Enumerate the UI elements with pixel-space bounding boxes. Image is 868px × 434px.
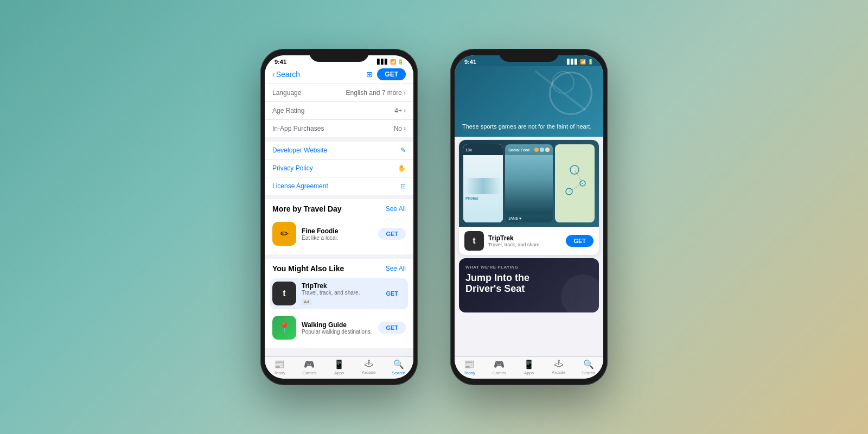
- arcade-icon-right: 🕹: [554, 359, 563, 369]
- triptrek-get-button[interactable]: GET: [378, 288, 406, 299]
- tab-games-left[interactable]: 🎮 Games: [295, 359, 324, 375]
- tab-apps-left[interactable]: 📱 Apps: [324, 359, 354, 375]
- filter-icon[interactable]: ⊞: [366, 70, 373, 79]
- status-icons-right: ▋▋▋ 📶 🔋: [567, 59, 593, 65]
- triptrek-app-icon: t: [464, 231, 484, 251]
- games-icon-right: 🎮: [494, 359, 505, 369]
- search-label: Search: [392, 371, 405, 375]
- walking-guide-desc: Popular walking destinations.: [302, 329, 373, 335]
- fine-foodie-name: Fine Foodie: [302, 227, 373, 235]
- sports-card[interactable]: These sports games are not for the faint…: [455, 66, 603, 137]
- chevron-left-icon: ‹: [272, 70, 275, 79]
- info-section: Language English and 7 more › Age Rating…: [265, 84, 413, 137]
- left-screen: 9:41 ▋▋▋ 📶 🔋 ‹ Search ⊞ GET Langua: [265, 55, 413, 379]
- developer-website-link[interactable]: Developer Website: [272, 146, 327, 154]
- svg-text:S: S: [572, 169, 575, 172]
- search-icon-right: 🔍: [583, 359, 594, 369]
- age-rating-value: 4+ ›: [394, 107, 406, 114]
- iap-label: In-App Purchases: [272, 125, 324, 132]
- walking-guide-row[interactable]: 📍 Walking Guide Popular walking destinat…: [272, 312, 406, 343]
- wifi-icon-right: 📶: [580, 59, 586, 65]
- triptrek-row-icon: t: [272, 282, 296, 305]
- triptrek-card-footer: t TripTrek Travel, track, and share. GET: [459, 227, 599, 255]
- license-agreement-link[interactable]: License Agreement: [272, 182, 328, 190]
- tab-games-right[interactable]: 🎮 Games: [484, 359, 514, 375]
- ss-label: Photos: [465, 196, 501, 200]
- screenshot-right: S: [555, 144, 595, 222]
- developer-website-row[interactable]: Developer Website ✎: [265, 142, 413, 159]
- tab-today-right[interactable]: 📰 Today: [455, 359, 484, 375]
- back-label[interactable]: Search: [276, 70, 300, 79]
- fine-foodie-row[interactable]: ✏ Fine Foodie Eat like a local. GET: [272, 219, 406, 249]
- also-like-header: You Might Also Like See All: [272, 264, 406, 273]
- notch: [309, 49, 369, 62]
- walking-guide-icon-char: 📍: [278, 322, 290, 334]
- tab-today-left[interactable]: 📰 Today: [265, 359, 295, 375]
- iap-row[interactable]: In-App Purchases No ›: [265, 120, 413, 137]
- tab-apps-right[interactable]: 📱 Apps: [514, 359, 544, 375]
- tab-search-left[interactable]: 🔍 Search: [384, 359, 413, 375]
- time-right: 9:41: [464, 59, 476, 65]
- tab-search-right[interactable]: 🔍 Search: [573, 359, 603, 375]
- nav-bar-left: ‹ Search ⊞ GET: [265, 66, 413, 84]
- arcade-icon: 🕹: [365, 359, 373, 369]
- license-agreement-row[interactable]: License Agreement ⊡: [265, 177, 413, 195]
- language-row[interactable]: Language English and 7 more ›: [265, 84, 413, 102]
- hand-icon: ✋: [398, 164, 406, 172]
- center-img: Social Feed JANE ♥: [505, 144, 553, 222]
- today-icon-right: 📰: [464, 359, 475, 369]
- more-by-header: More by Travel Day See All: [272, 205, 406, 213]
- ss-user: JANE ♥: [505, 214, 553, 222]
- more-by-section: More by Travel Day See All ✏ Fine Foodie…: [265, 199, 413, 254]
- playing-card-label: WHAT WE'RE PLAYING: [465, 265, 592, 270]
- fine-foodie-get-button[interactable]: GET: [378, 228, 406, 240]
- svg-rect-2: [558, 159, 591, 208]
- triptrek-card-get-button[interactable]: GET: [566, 235, 593, 247]
- triptrek-card-desc: Travel, track, and share.: [488, 242, 561, 247]
- games-icon: 🎮: [304, 359, 315, 369]
- language-label: Language: [272, 89, 301, 97]
- search-icon: 🔍: [393, 359, 404, 369]
- screenshot-center: Social Feed JANE ♥: [505, 144, 553, 222]
- sports-card-text: These sports games are not for the faint…: [462, 123, 591, 130]
- signal-icon-right: ▋▋▋: [567, 59, 578, 65]
- right-screen: 9:41 ▋▋▋ 📶 🔋 These sports games are not …: [455, 55, 603, 379]
- get-button-top[interactable]: GET: [377, 68, 406, 80]
- more-by-title: More by Travel Day: [272, 205, 342, 213]
- external-link-icon: ✎: [400, 146, 406, 154]
- today-icon: 📰: [274, 359, 285, 369]
- age-rating-row[interactable]: Age Rating 4+ ›: [265, 102, 413, 120]
- tab-arcade-right[interactable]: 🕹 Arcade: [544, 359, 573, 375]
- chevron-icon: ›: [404, 125, 406, 132]
- tab-arcade-left[interactable]: 🕹 Arcade: [354, 359, 384, 375]
- triptrek-row[interactable]: t TripTrek Travel, track, and share. Ad …: [270, 278, 408, 309]
- links-section: Developer Website ✎ Privacy Policy ✋ Lic…: [265, 142, 413, 195]
- fine-foodie-icon-char: ✏: [280, 228, 289, 240]
- walking-guide-get-button[interactable]: GET: [378, 322, 406, 334]
- also-like-see-all[interactable]: See All: [386, 265, 406, 272]
- triptrek-card[interactable]: 13k Photos Social Feed: [459, 140, 599, 255]
- tab-bar-right: 📰 Today 🎮 Games 📱 Apps 🕹 Arcade 🔍 Search: [455, 356, 603, 379]
- games-label-right: Games: [492, 371, 506, 375]
- svg-point-0: [552, 72, 574, 93]
- chevron-icon: ›: [404, 89, 406, 97]
- privacy-policy-link[interactable]: Privacy Policy: [272, 164, 313, 172]
- ss-body-left: Photos: [463, 155, 503, 222]
- playing-card[interactable]: WHAT WE'RE PLAYING Jump Into the Driver'…: [459, 258, 599, 312]
- scroll-content-left: Language English and 7 more › Age Rating…: [265, 84, 413, 356]
- triptrek-row-desc: Travel, track, and share.: [302, 290, 373, 296]
- games-label: Games: [302, 371, 316, 375]
- triptrek-info: TripTrek Travel, track, and share.: [488, 234, 561, 247]
- time-left: 9:41: [275, 59, 286, 65]
- apps-icon: 📱: [334, 359, 344, 369]
- more-by-see-all[interactable]: See All: [386, 205, 406, 213]
- today-label: Today: [274, 371, 285, 375]
- triptrek-row-info: TripTrek Travel, track, and share. Ad: [302, 282, 373, 305]
- today-label-right: Today: [464, 371, 475, 375]
- battery-icon: 🔋: [398, 59, 404, 65]
- apps-label-right: Apps: [524, 371, 534, 375]
- wifi-icon: 📶: [390, 59, 396, 65]
- privacy-policy-row[interactable]: Privacy Policy ✋: [265, 159, 413, 177]
- back-button[interactable]: ‹ Search: [272, 70, 300, 79]
- walking-guide-name: Walking Guide: [302, 321, 373, 329]
